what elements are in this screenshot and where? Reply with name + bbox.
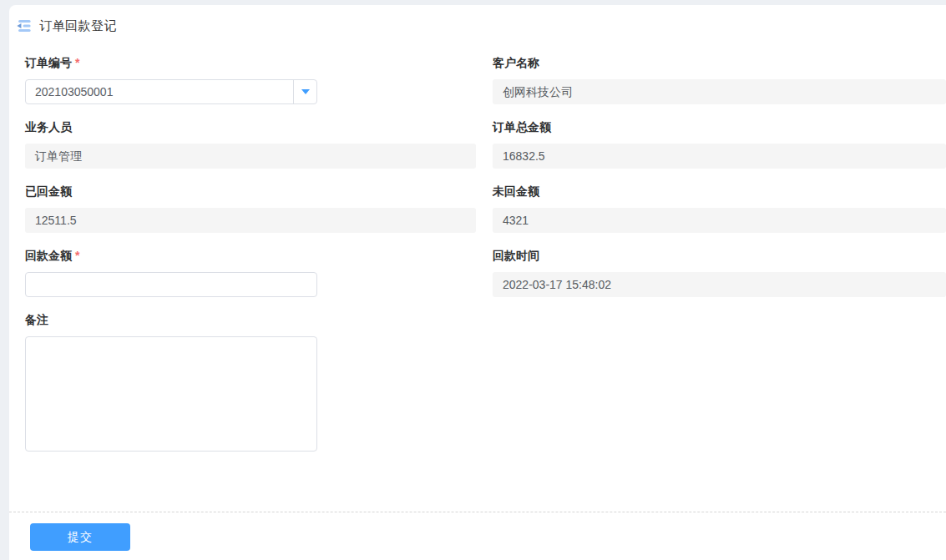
empty-grid-cell	[493, 314, 946, 468]
salesperson-label: 业务人员	[25, 121, 476, 134]
order-no-label: 订单编号*	[25, 57, 476, 69]
required-asterisk: *	[75, 249, 79, 262]
chevron-down-icon	[301, 89, 310, 94]
returned-amount-label: 已回金额	[25, 185, 476, 198]
order-no-select[interactable]: 202103050001	[25, 79, 317, 104]
form-item-customer-name: 客户名称 创网科技公司	[493, 57, 946, 104]
returned-amount-field: 12511.5	[25, 208, 476, 233]
order-no-select-value: 202103050001	[26, 80, 293, 103]
collapse-menu-icon[interactable]	[15, 18, 32, 34]
content-panel: 订单回款登记 订单编号* 202103050001 客户名称 创网科技公司 业务…	[9, 5, 946, 560]
payment-time-field: 2022-03-17 15:48:02	[493, 272, 946, 297]
payment-amount-label: 回款金额*	[25, 250, 476, 262]
unreturned-amount-field: 4321	[493, 208, 946, 233]
remark-textarea[interactable]	[25, 336, 317, 452]
remark-label: 备注	[25, 314, 476, 326]
page-title: 订单回款登记	[39, 18, 117, 34]
order-total-label: 订单总金额	[493, 121, 946, 134]
form-item-salesperson: 业务人员 订单管理	[25, 121, 476, 169]
form-item-order-total: 订单总金额 16832.5	[493, 121, 946, 169]
salesperson-field: 订单管理	[25, 144, 476, 169]
form-item-payment-time: 回款时间 2022-03-17 15:48:02	[493, 250, 946, 297]
submit-button[interactable]: 提交	[30, 523, 130, 551]
form-item-remark: 备注	[25, 314, 476, 452]
form-item-unreturned-amount: 未回金额 4321	[493, 185, 946, 233]
customer-name-label: 客户名称	[493, 57, 946, 69]
form-item-order-no: 订单编号* 202103050001	[25, 57, 476, 104]
payment-amount-label-text: 回款金额	[25, 249, 72, 262]
order-no-label-text: 订单编号	[25, 56, 72, 69]
payment-form: 订单编号* 202103050001 客户名称 创网科技公司 业务人员 订单管理…	[9, 47, 946, 512]
form-footer: 提交	[9, 512, 946, 560]
payment-time-label: 回款时间	[493, 250, 946, 262]
payment-amount-input[interactable]	[25, 272, 317, 297]
form-item-returned-amount: 已回金额 12511.5	[25, 185, 476, 233]
form-item-payment-amount: 回款金额*	[25, 250, 476, 297]
customer-name-field: 创网科技公司	[493, 79, 946, 104]
page-header: 订单回款登记	[9, 5, 946, 47]
unreturned-amount-label: 未回金额	[493, 185, 946, 198]
required-asterisk: *	[75, 56, 79, 69]
collapse-menu-icon-svg	[15, 18, 32, 34]
order-total-field: 16832.5	[493, 144, 946, 169]
order-no-select-arrow[interactable]	[293, 80, 316, 103]
